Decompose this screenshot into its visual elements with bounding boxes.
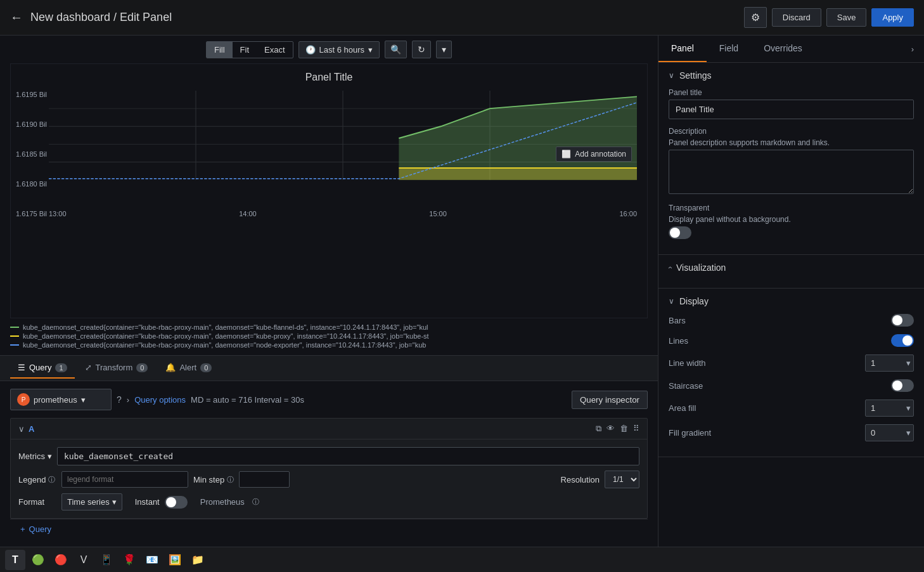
bars-toggle[interactable] — [891, 314, 914, 327]
display-section: ∨ Display Bars Lines Line width — [658, 289, 924, 457]
more-button[interactable]: ▾ — [436, 41, 452, 58]
legend-color-1 — [10, 327, 19, 328]
time-picker[interactable]: 🕐 Last 6 hours ▾ — [298, 41, 380, 58]
taskbar-icon-red[interactable]: 🔴 — [51, 550, 71, 570]
query-a-actions: ⧉ 👁 🗑 ⠿ — [596, 424, 639, 434]
description-label: Description — [669, 127, 914, 136]
instant-toggle[interactable] — [165, 496, 188, 509]
settings-header[interactable]: ∨ Settings — [669, 70, 914, 81]
taskbar-icon-t[interactable]: T — [5, 550, 25, 570]
zoom-out-button[interactable]: 🔍 — [385, 41, 407, 58]
tab-query[interactable]: ☰ Query 1 — [10, 358, 75, 379]
exact-button[interactable]: Exact — [257, 42, 293, 58]
clock-icon: 🕐 — [305, 45, 316, 55]
chevron-down-icon: ▾ — [112, 497, 117, 507]
svg-marker-8 — [399, 168, 637, 180]
fill-gradient-input[interactable] — [866, 425, 904, 441]
resolution-label: Resolution — [561, 475, 600, 484]
staircase-toggle-knob — [892, 380, 902, 391]
display-header[interactable]: ∨ Display — [669, 296, 914, 306]
tab-alert[interactable]: 🔔 Alert 0 — [158, 358, 219, 379]
fill-gradient-row: Fill gradient ▾ — [669, 424, 914, 441]
prometheus-label: Prometheus — [200, 497, 245, 507]
fill-gradient-dropdown[interactable]: ▾ — [904, 425, 913, 441]
query-inspector-button[interactable]: Query inspector — [572, 391, 648, 409]
legend-row-label: Legend ⓘ — [18, 475, 56, 484]
eye-icon[interactable]: 👁 — [606, 424, 615, 434]
query-a-header: ∨ A ⧉ 👁 🗑 ⠿ — [11, 419, 647, 439]
fill-button[interactable]: Fill — [207, 42, 233, 58]
format-select[interactable]: Time series ▾ — [61, 493, 122, 510]
settings-chevron: ∨ — [669, 71, 674, 80]
settings-button[interactable]: ⚙ — [744, 7, 767, 28]
taskbar-icon-wechat[interactable]: 🟢 — [28, 550, 48, 570]
legend-input[interactable] — [61, 471, 188, 488]
tab-panel[interactable]: Panel — [658, 36, 707, 62]
lines-row: Lines — [669, 334, 914, 347]
metrics-label[interactable]: Metrics ▾ — [18, 452, 52, 461]
alert-count-badge: 0 — [200, 363, 212, 372]
line-width-row: Line width ▾ — [669, 354, 914, 372]
description-textarea[interactable] — [669, 150, 914, 194]
instant-label: Instant — [135, 497, 160, 507]
legend-row: Legend ⓘ Min step ⓘ Resolution 1/1 1/2 — [18, 471, 639, 488]
area-fill-input-wrapper: ▾ — [865, 400, 914, 417]
taskbar-icon-mobile[interactable]: 📱 — [96, 550, 117, 570]
format-row: Format Time series ▾ Instant Prometheus … — [18, 493, 639, 510]
visualization-header[interactable]: › Visualization — [669, 263, 914, 273]
query-options-link[interactable]: Query options — [134, 395, 186, 405]
save-button[interactable]: Save — [826, 8, 867, 27]
legend-color-2 — [10, 335, 19, 337]
right-panel: Panel Field Overrides › ∨ Settings Panel… — [658, 36, 924, 547]
query-panel: P prometheus ▾ ? › Query options MD = au… — [0, 380, 658, 547]
minstep-input[interactable] — [239, 471, 290, 488]
line-width-input[interactable] — [866, 355, 904, 371]
line-width-label: Line width — [669, 358, 706, 368]
line-width-dropdown[interactable]: ▾ — [904, 355, 913, 371]
add-annotation-button[interactable]: ⬜ Add annotation — [556, 146, 632, 162]
prometheus-help-icon: ⓘ — [252, 497, 259, 507]
area-fill-dropdown[interactable]: ▾ — [904, 400, 913, 416]
taskbar-icon-files[interactable]: 📁 — [188, 550, 208, 570]
right-tabs: Panel Field Overrides › — [658, 36, 924, 63]
right-panel-arrow[interactable]: › — [901, 37, 924, 62]
back-button[interactable]: ← — [10, 10, 23, 25]
topbar: ← New dashboard / Edit Panel ⚙ Discard S… — [0, 0, 924, 36]
description-hint: Panel description supports markdown and … — [669, 138, 914, 147]
legend-area: kube_daemonset_created{container="kube-r… — [0, 318, 658, 355]
copy-icon[interactable]: ⧉ — [596, 424, 601, 434]
main-layout: Fill Fit Exact 🕐 Last 6 hours ▾ 🔍 ↻ ▾ Pa… — [0, 36, 924, 547]
panel-title-input[interactable] — [669, 100, 914, 119]
query-a-collapse-icon[interactable]: ∨ — [18, 424, 25, 434]
taskbar-icon-app1[interactable]: 🌹 — [119, 550, 139, 570]
add-query-row[interactable]: + Query — [10, 519, 648, 539]
left-panel: Fill Fit Exact 🕐 Last 6 hours ▾ 🔍 ↻ ▾ Pa… — [0, 36, 658, 547]
query-count-badge: 1 — [55, 363, 67, 372]
apply-button[interactable]: Apply — [871, 8, 914, 27]
trash-icon[interactable]: 🗑 — [620, 424, 628, 434]
fit-button[interactable]: Fit — [233, 42, 257, 58]
lines-label: Lines — [669, 336, 688, 346]
area-fill-input[interactable] — [866, 400, 904, 416]
taskbar-icon-mail[interactable]: 📧 — [142, 550, 162, 570]
discard-button[interactable]: Discard — [772, 8, 821, 27]
lines-toggle[interactable] — [891, 334, 914, 347]
taskbar-icon-v[interactable]: V — [74, 550, 94, 570]
metrics-input[interactable] — [57, 447, 639, 465]
topbar-left: ← New dashboard / Edit Panel — [10, 10, 172, 25]
transparent-toggle[interactable] — [669, 226, 691, 239]
metrics-row: Metrics ▾ — [18, 447, 639, 465]
fill-gradient-label: Fill gradient — [669, 428, 711, 438]
chart-toolbar: Fill Fit Exact 🕐 Last 6 hours ▾ 🔍 ↻ ▾ — [0, 36, 658, 63]
tab-overrides[interactable]: Overrides — [751, 36, 815, 62]
lines-toggle-knob — [902, 335, 913, 346]
drag-icon[interactable]: ⠿ — [633, 424, 639, 434]
refresh-button[interactable]: ↻ — [412, 41, 431, 58]
datasource-help-button[interactable]: ? — [117, 394, 122, 405]
staircase-toggle[interactable] — [891, 379, 914, 392]
tab-field[interactable]: Field — [707, 36, 751, 62]
resolution-select[interactable]: 1/1 1/2 1/4 1/8 — [605, 471, 639, 488]
taskbar-icon-photos[interactable]: 🖼️ — [165, 550, 185, 570]
tab-transform[interactable]: ⤢ Transform 0 — [77, 358, 156, 379]
datasource-select[interactable]: P prometheus ▾ — [10, 389, 112, 410]
